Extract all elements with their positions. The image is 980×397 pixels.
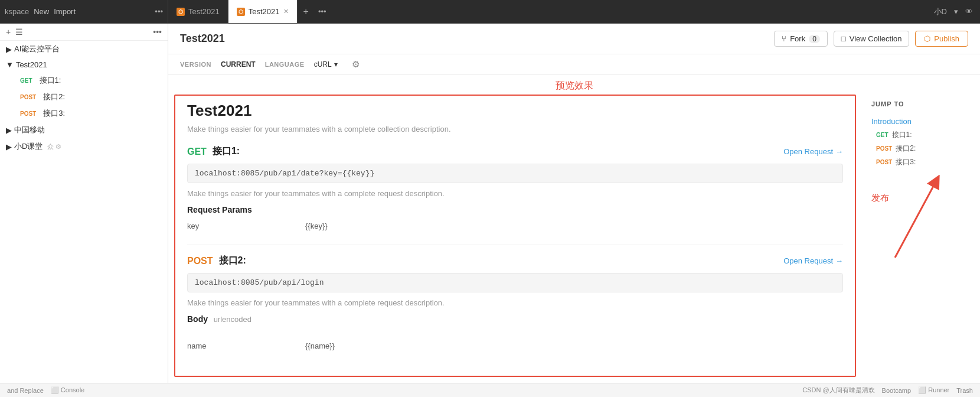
fork-label: Fork (790, 34, 805, 43)
bootcamp-button[interactable]: Bootcamp (882, 387, 912, 394)
settings-icon[interactable]: ⚙ (352, 59, 360, 70)
fork-count: 0 (809, 35, 820, 43)
sidebar-toolbar: + ☰ ••• (0, 24, 168, 41)
more-icon[interactable]: ••• (155, 7, 163, 16)
fork-icon: ⑂ (782, 34, 786, 43)
sidebar-item-post-api2[interactable]: POST 接口2: (0, 89, 168, 105)
runner-button[interactable]: ⬜ Runner (918, 386, 949, 394)
api1-param-row-1: key {{key}} (187, 219, 843, 233)
trash-button[interactable]: Trash (956, 387, 973, 394)
eye-icon[interactable]: 👁 (965, 7, 973, 16)
jump-post-badge-1: POST (876, 145, 892, 152)
preview-panel: Test2021 Make things easier for your tea… (174, 95, 856, 377)
sidebar-api3-label: 接口3: (43, 108, 65, 119)
sidebar-item-get-api1[interactable]: GET 接口1: (0, 72, 168, 89)
chevron-right-icon-3: ▶ (6, 142, 12, 151)
bottom-bar-right: CSDN @人间有味是清欢 Bootcamp ⬜ Runner Trash (802, 386, 973, 395)
content-body: Test2021 Make things easier for your tea… (168, 95, 980, 383)
sidebar-test2021-label: Test2021 (16, 60, 47, 69)
collection-title: Test2021 (180, 32, 225, 45)
jump-post-badge-2: POST (876, 159, 892, 165)
preview-title: Test2021 (187, 102, 843, 120)
api-header-1: GET 接口1: Open Request → (187, 145, 843, 158)
user-label: 小D (934, 6, 947, 17)
chevron-right-icon: ▶ (6, 45, 12, 54)
more-options-icon[interactable]: ••• (153, 27, 162, 37)
view-collection-label: View Collection (850, 34, 902, 43)
jump-get-badge: GET (876, 132, 888, 138)
body-type: urlencoded (214, 315, 251, 324)
open-request-1[interactable]: Open Request → (783, 147, 843, 156)
publish-label: Publish (934, 34, 959, 43)
language-label: LANGUAGE (265, 61, 305, 68)
tab-1[interactable]: ⬡ Test2021 (168, 0, 228, 23)
api2-name: 接口2: (219, 255, 246, 267)
sidebar-ai-platform-label: AI能云控平台 (14, 44, 60, 54)
jump-api1[interactable]: GET 接口1: (871, 128, 971, 142)
jump-api2[interactable]: POST 接口2: (871, 142, 971, 155)
language-select[interactable]: cURL ▾ (314, 60, 338, 69)
xiaod-icon: 众 ⚙ (47, 142, 61, 151)
api1-url: localhost:8085/pub/api/date?key={{key}} (187, 164, 843, 183)
api1-desc: Make things easier for your teammates wi… (187, 189, 843, 198)
preview-label: 预览效果 (168, 75, 980, 95)
sidebar-item-chinamobile[interactable]: ▶ 中国移动 (0, 122, 168, 138)
header-actions: ⑂ Fork 0 □ View Collection ⬡ Publish (774, 31, 968, 47)
sidebar-api2-label: 接口2: (43, 92, 65, 102)
add-tab-button[interactable]: + (298, 6, 315, 17)
bottom-bar: and Replace ⬜ Console CSDN @人间有味是清欢 Boot… (0, 383, 980, 397)
sidebar-item-xiaod[interactable]: ▶ 小D课堂 众 ⚙ (0, 138, 168, 155)
sidebar-item-ai-platform[interactable]: ▶ AI能云控平台 (0, 41, 168, 57)
body-label: Body (187, 314, 208, 324)
publish-icon: ⬡ (924, 34, 930, 43)
api2-desc: Make things easier for your teammates wi… (187, 298, 843, 307)
api1-name: 接口1: (213, 145, 240, 158)
jump-intro[interactable]: Introduction (871, 115, 971, 128)
sidebar-item-post-api3[interactable]: POST 接口3: (0, 105, 168, 122)
arrow-right-icon-2: → (835, 256, 843, 265)
version-bar: VERSION CURRENT LANGUAGE cURL ▾ ⚙ (168, 54, 980, 75)
tab-2[interactable]: ⬡ Test2021 ✕ (228, 0, 298, 23)
preview-description: Make things easier for your teammates wi… (187, 125, 843, 134)
sidebar-item-test2021[interactable]: ▼ Test2021 (0, 57, 168, 72)
annotation-area: 发布 (871, 193, 971, 204)
open-request-1-label: Open Request (783, 147, 833, 156)
bottom-bar-left: and Replace ⬜ Console (7, 386, 84, 394)
chevron-down-icon: ▼ (6, 60, 14, 69)
runner-label: Runner (928, 386, 949, 393)
open-request-2[interactable]: Open Request → (783, 256, 843, 265)
top-bar-left: kspace New Import ••• (0, 0, 168, 23)
new-button[interactable]: New (34, 7, 49, 16)
post-badge-2: POST (18, 110, 38, 118)
api-title-1: GET 接口1: (187, 145, 240, 158)
copyright-text: CSDN @人间有味是清欢 (802, 386, 874, 395)
api2-param-row-1: name {{name}} (187, 336, 843, 353)
jump-to-title: JUMP TO (871, 100, 971, 108)
tab-2-label: Test2021 (249, 7, 280, 16)
fork-button[interactable]: ⑂ Fork 0 (774, 31, 828, 47)
api-section-1: GET 接口1: Open Request → localhost:8085/p… (187, 145, 843, 233)
console-label: Console (61, 386, 84, 393)
runner-icon: ⬜ (918, 386, 926, 393)
api-title-2: POST 接口2: (187, 255, 246, 267)
api1-param-val-1: {{key}} (305, 222, 328, 230)
main-area: + ☰ ••• ▶ AI能云控平台 ▼ Test2021 GET 接口1: PO… (0, 24, 980, 383)
tab-1-label: Test2021 (188, 7, 220, 16)
dropdown-icon[interactable]: ▾ (954, 7, 958, 16)
svg-line-1 (895, 181, 936, 258)
tab-more-button[interactable]: ••• (315, 7, 330, 16)
add-icon[interactable]: + (6, 27, 11, 37)
top-bar-right: 小D ▾ 👁 (927, 6, 980, 17)
open-request-2-label: Open Request (783, 256, 833, 265)
console-button[interactable]: ⬜ Console (51, 386, 84, 394)
view-collection-button[interactable]: □ View Collection (834, 31, 910, 47)
import-button[interactable]: Import (54, 7, 76, 16)
publish-button[interactable]: ⬡ Publish (915, 31, 968, 47)
tab-2-close[interactable]: ✕ (283, 8, 289, 15)
collection-icon: □ (841, 34, 846, 43)
api-section-2: POST 接口2: Open Request → localhost:8085/… (187, 255, 843, 324)
list-icon[interactable]: ☰ (15, 27, 23, 37)
post-badge-1: POST (18, 93, 38, 101)
jump-api3[interactable]: POST 接口3: (871, 155, 971, 169)
find-replace[interactable]: and Replace (7, 387, 44, 394)
